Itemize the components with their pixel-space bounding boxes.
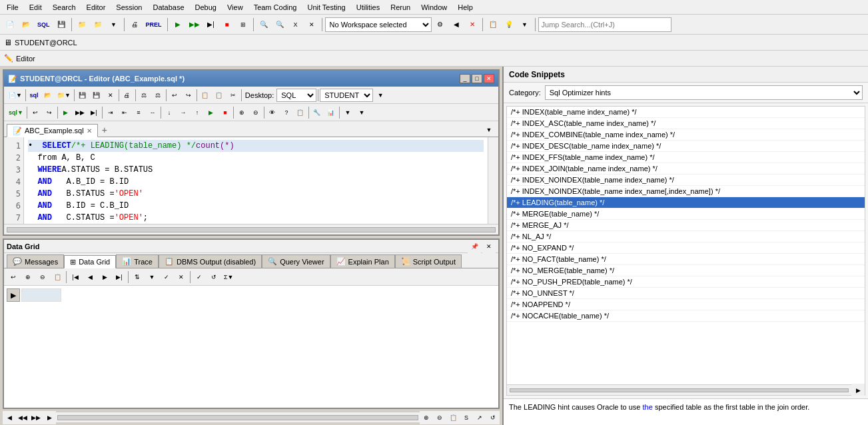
run-btn[interactable]: ▶ [171, 17, 185, 32]
dg-insert-btn[interactable]: ⊕ [21, 270, 35, 284]
print-btn[interactable]: 🖨 [127, 17, 142, 32]
run-btn3[interactable]: ▶| [204, 17, 218, 32]
add-tab-btn[interactable]: + [98, 123, 111, 137]
dg-refresh2-btn[interactable]: ↺ [486, 411, 500, 424]
dbg-break-btn[interactable]: ⊕ [235, 106, 248, 119]
redo2-btn[interactable]: ↪ [43, 106, 56, 119]
workspace-btn[interactable]: ⚙ [433, 17, 448, 32]
dg-scroll-right2[interactable]: ▶▶ [29, 411, 43, 424]
data-tab-explainplan[interactable]: 📈 Explain Plan [330, 254, 395, 268]
tab-close-btn[interactable]: ✕ [87, 127, 92, 135]
data-tab-queryviewer[interactable]: 🔍 Query Viewer [262, 254, 330, 268]
data-tab-datagrid[interactable]: ⊞ Data Grid [64, 255, 116, 268]
ws-btn3[interactable]: ✕ [465, 17, 480, 32]
data-tab-dbms[interactable]: 📋 DBMS Output (disabled) [159, 254, 262, 268]
search-btn[interactable]: 🔍 [256, 17, 271, 32]
ed-redo-btn[interactable]: ↪ [182, 89, 195, 102]
dg-delete-btn[interactable]: ⊖ [36, 270, 49, 284]
dg-first-btn[interactable]: |◀ [69, 270, 82, 284]
menu-editor[interactable]: Editor [81, 2, 111, 13]
ed-open2-btn[interactable]: 📂 [41, 89, 55, 102]
snippet-item-1[interactable]: /*+ INDEX_ASC(table_name index_name) */ [507, 118, 865, 129]
ed-save2-btn[interactable]: 💾 [90, 89, 103, 102]
workspace-select[interactable]: No Workspace selected [325, 17, 432, 32]
dg-filter-btn[interactable]: ▼ [145, 270, 159, 284]
dg-add-row-btn[interactable]: ⊕ [420, 411, 433, 424]
compile-btn[interactable]: PREL [143, 17, 165, 32]
ed-open-btn[interactable]: sql [27, 89, 41, 102]
menu-unittesting[interactable]: Unit Testing [302, 2, 350, 13]
ed-misc3-btn[interactable]: ✂ [226, 89, 240, 102]
user-dropdown-btn[interactable]: ▼ [374, 89, 387, 102]
snippet-item-7[interactable]: /*+ INDEX_NOINDEX(table_name index_name[… [507, 186, 865, 197]
snippet-item-17[interactable]: /*+ NOAPPEND */ [507, 299, 865, 310]
dg-del-row-btn[interactable]: ⊖ [433, 411, 446, 424]
menu-view[interactable]: View [222, 2, 248, 13]
run-btn-e[interactable]: ▶ [59, 106, 73, 119]
dbg-over-btn[interactable]: → [177, 106, 190, 119]
format-btn[interactable]: ≡ [132, 106, 145, 119]
snippet-item-9[interactable]: /*+ MERGE(table_name) */ [507, 209, 865, 220]
menu-help[interactable]: Help [452, 2, 478, 13]
dbg-stack-btn[interactable]: 📋 [294, 106, 307, 119]
data-hscroll[interactable]: ◀ ◀◀ ▶▶ ▶ ⊕ ⊖ 📋 S ↗ ↺ [3, 412, 500, 422]
snippet-item-11[interactable]: /*+ NL_AJ */ [507, 231, 865, 242]
ed-misc1-btn[interactable]: 📋 [199, 89, 212, 102]
dg-next-btn[interactable]: ▶ [98, 270, 111, 284]
snippet-item-15[interactable]: /*+ NO_PUSH_PRED(table_name) */ [507, 276, 865, 288]
step-btn[interactable]: ⊞ [236, 17, 250, 32]
user-select[interactable]: STUDENT [320, 89, 373, 102]
misc-c-btn[interactable]: ▼ [341, 106, 354, 119]
dg-last-btn[interactable]: ▶| [113, 270, 126, 284]
dg-export-btn[interactable]: ↗ [473, 411, 486, 424]
indent-btn[interactable]: ⇥ [104, 106, 117, 119]
menu-teamcoding[interactable]: Team Coding [248, 2, 302, 13]
snippet-item-0[interactable]: /*+ INDEX(table_name index_name) */ [507, 107, 865, 118]
snippet-item-12[interactable]: /*+ NO_EXPAND */ [507, 242, 865, 254]
category-select[interactable]: Sql Optimizer hints [545, 85, 863, 100]
snippet-item-16[interactable]: /*+ NO_UNNEST */ [507, 288, 865, 299]
editor-hscroll[interactable] [4, 224, 498, 234]
menu-database[interactable]: Database [147, 2, 189, 13]
misc-btn2[interactable]: 💡 [502, 17, 516, 32]
next-btn[interactable]: X [288, 17, 303, 32]
snippet-item-3[interactable]: /*+ INDEX_DESC(table_name index_name) */ [507, 141, 865, 152]
snippet-item-6[interactable]: /*+ INDEX_NOINDEX(table_name index_name)… [507, 175, 865, 186]
snippet-item-18[interactable]: /*+ NOCACHE(table_name) */ [507, 310, 865, 322]
snippet-item-14[interactable]: /*+ NO_MERGE(table_name) */ [507, 265, 865, 276]
menu-debug[interactable]: Debug [190, 2, 222, 13]
dg-scroll-left[interactable]: ◀ [3, 411, 16, 424]
dg-sum-btn[interactable]: Σ▼ [222, 270, 235, 284]
snippet-item-5[interactable]: /*+ INDEX_JOIN(table_name index_name) */ [507, 163, 865, 175]
save-btn[interactable]: SQL [35, 17, 53, 32]
ed-compare2-btn[interactable]: ⚖ [151, 89, 165, 102]
run-btn2[interactable]: ▶▶ [187, 17, 203, 32]
dg-refresh-btn[interactable]: ↩ [7, 270, 20, 284]
find-btn[interactable]: 🔍 [272, 17, 287, 32]
ed-save3-btn[interactable]: ✕ [104, 89, 117, 102]
stop-btn[interactable]: ■ [220, 17, 234, 32]
dg-save-btn[interactable]: ✓ [160, 270, 173, 284]
dg-cancel-btn[interactable]: ✕ [175, 270, 188, 284]
snippet-item-4[interactable]: /*+ INDEX_FFS(table_name index_name) */ [507, 152, 865, 163]
ws-btn2[interactable]: ◀ [449, 17, 464, 32]
data-tab-trace[interactable]: 📊 Trace [116, 254, 159, 268]
prev-btn[interactable]: ✕ [304, 17, 319, 32]
ed-new-btn[interactable]: 📄▼ [7, 89, 24, 102]
undo2-btn[interactable]: ↩ [29, 106, 42, 119]
jump-search-input[interactable] [538, 17, 671, 32]
ed-undo-btn[interactable]: ↩ [168, 89, 181, 102]
tab-scroll-btn[interactable]: ▼ [482, 123, 496, 137]
dg-commit-btn[interactable]: ✓ [193, 270, 206, 284]
code-editor-area[interactable]: 1 2 3 4 5 6 7 • SELECT /*+ LEADING(table… [4, 137, 498, 224]
save-all-btn[interactable]: 💾 [54, 17, 69, 32]
dbg-out-btn[interactable]: ↑ [191, 106, 204, 119]
snippets-list[interactable]: /*+ INDEX(table_name index_name) */ /*+ … [506, 106, 865, 385]
menu-session[interactable]: Session [111, 2, 147, 13]
misc-btn3[interactable]: ▼ [518, 17, 532, 32]
close-btn[interactable]: ✕ [484, 74, 494, 83]
dg-scroll-left2[interactable]: ◀◀ [16, 411, 29, 424]
comment-btn[interactable]: -- [146, 106, 159, 119]
snippet-item-13[interactable]: /*+ NO_FACT(table_name) */ [507, 254, 865, 265]
misc-btn1[interactable]: 📋 [486, 17, 500, 32]
